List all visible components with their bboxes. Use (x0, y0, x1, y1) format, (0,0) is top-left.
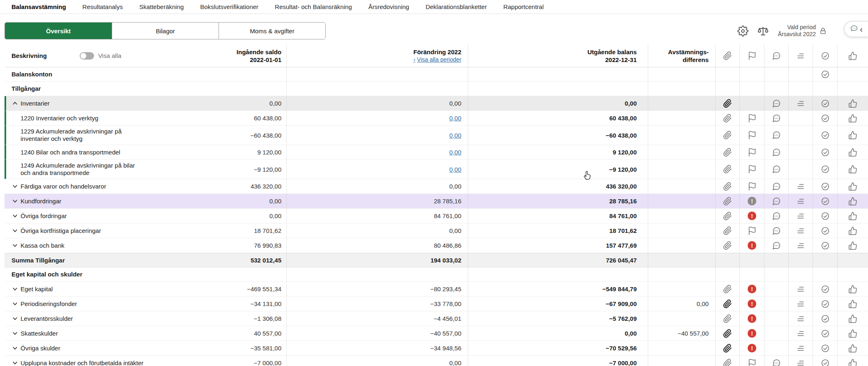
chevron-down-icon[interactable] (12, 227, 18, 234)
thumbs-up-icon[interactable] (848, 165, 857, 174)
check-circle-icon[interactable] (821, 359, 830, 366)
check-circle-icon[interactable] (821, 182, 830, 191)
visa-alla-perioder-link[interactable]: ‹ Visa alla perioder (413, 56, 461, 64)
table-row[interactable]: Övriga fordringar0,0084 761,0084 761,00! (5, 209, 868, 223)
table-row[interactable]: 1229 Ackumulerade avskrivningar på inven… (5, 126, 868, 145)
warning-icon[interactable]: ! (748, 314, 756, 323)
flag-icon[interactable] (748, 226, 757, 235)
paperclip-icon[interactable] (723, 299, 732, 308)
notes-icon[interactable] (796, 226, 805, 235)
check-circle-icon[interactable] (821, 131, 830, 140)
settings-gear-icon[interactable] (737, 25, 748, 37)
paperclip-icon[interactable] (723, 165, 732, 174)
check-circle-icon[interactable] (821, 212, 830, 221)
table-row[interactable]: Leverantörsskulder−1 306,08−4 456,01−5 7… (5, 311, 868, 326)
paperclip-icon[interactable] (723, 99, 732, 108)
notes-icon[interactable] (796, 299, 805, 308)
thumbs-up-icon[interactable] (848, 329, 857, 338)
notes-icon[interactable] (796, 344, 805, 353)
forandring-period-link[interactable]: 0,00 (449, 166, 461, 173)
paperclip-icon[interactable] (723, 344, 732, 353)
thumbs-up-icon[interactable] (848, 314, 857, 323)
comment-icon[interactable] (772, 182, 781, 191)
nav-item-arsredovisning[interactable]: Årsredovisning (368, 3, 409, 10)
comment-icon[interactable] (772, 165, 781, 174)
comment-icon[interactable] (772, 197, 781, 206)
nav-item-rapportcentral[interactable]: Rapportcentral (503, 3, 543, 10)
paperclip-icon[interactable] (723, 359, 732, 366)
thumbs-up-icon[interactable] (848, 182, 857, 191)
chevron-down-icon[interactable] (12, 242, 18, 249)
check-circle-icon[interactable] (821, 329, 830, 338)
thumbs-up-icon[interactable] (848, 99, 857, 108)
flag-icon[interactable] (748, 165, 757, 174)
reconciliation-scale-icon[interactable] (757, 25, 769, 37)
notes-icon[interactable] (796, 99, 805, 108)
warning-icon[interactable]: ! (748, 344, 756, 352)
flag-icon[interactable] (748, 131, 757, 140)
thumbs-up-icon[interactable] (848, 148, 857, 157)
nav-item-balansavstamning[interactable]: Balansavstämning (12, 3, 66, 10)
flag-icon[interactable] (748, 182, 757, 191)
forandring-period-link[interactable]: 0,00 (449, 115, 461, 122)
comment-icon[interactable] (772, 226, 781, 235)
thumbs-up-icon[interactable] (848, 114, 857, 123)
check-circle-icon[interactable] (821, 70, 830, 79)
notes-icon[interactable] (796, 212, 805, 221)
chevron-down-icon[interactable] (12, 330, 18, 337)
notes-icon[interactable] (796, 285, 805, 294)
check-circle-icon[interactable] (821, 241, 830, 250)
comment-icon[interactable] (772, 131, 781, 140)
forandring-period-link[interactable]: 0,00 (449, 149, 461, 156)
paperclip-icon[interactable] (723, 197, 732, 206)
paperclip-icon[interactable] (723, 314, 732, 323)
table-row[interactable]: 1220 Inventarier och verktyg60 438,000,0… (5, 111, 868, 126)
check-circle-icon[interactable] (821, 299, 830, 308)
paperclip-icon[interactable] (723, 182, 732, 191)
check-circle-icon[interactable] (821, 344, 830, 353)
paperclip-icon[interactable] (723, 329, 732, 338)
notes-icon[interactable] (796, 197, 805, 206)
warning-icon[interactable]: ! (748, 329, 756, 338)
tab-oversikt[interactable]: Översikt (5, 23, 112, 39)
warning-icon[interactable]: ! (748, 241, 756, 250)
table-row[interactable]: Periodiseringsfonder−34 131,00−33 778,00… (5, 297, 868, 311)
table-row[interactable]: Upplupna kostnader och förutbetalda intä… (5, 356, 868, 366)
thumbs-up-icon[interactable] (848, 212, 857, 221)
paperclip-icon[interactable] (723, 241, 732, 250)
chevron-down-icon[interactable] (12, 345, 18, 352)
flag-icon[interactable] (748, 359, 757, 366)
check-circle-icon[interactable] (821, 285, 830, 294)
chevron-down-icon[interactable] (12, 300, 18, 307)
table-row[interactable]: Inventarier0,000,000,00 (5, 96, 868, 111)
table-row[interactable]: 1249 Ackumulerade avskrivningar på bilar… (5, 160, 868, 179)
table-row[interactable]: Eget kapital−469 551,34−80 293,45−549 84… (5, 282, 868, 297)
notes-icon[interactable] (796, 241, 805, 250)
chevron-down-icon[interactable] (12, 285, 18, 292)
flag-icon[interactable] (748, 148, 757, 157)
warning-icon[interactable]: ! (748, 285, 756, 293)
table-row[interactable]: 1240 Bilar och andra transportmedel9 120… (5, 145, 868, 160)
comment-icon[interactable] (772, 359, 781, 366)
paperclip-icon[interactable] (723, 131, 732, 140)
nav-item-skatteberakning[interactable]: Skatteberäkning (139, 3, 184, 10)
nav-item-deklarationsblanketter[interactable]: Deklarationsblanketter (426, 3, 487, 10)
lock-icon[interactable] (819, 27, 827, 35)
notes-icon[interactable] (796, 329, 805, 338)
paperclip-icon[interactable] (723, 148, 732, 157)
comment-icon[interactable] (772, 241, 781, 250)
chevron-down-icon[interactable] (12, 183, 18, 190)
chevron-down-icon[interactable] (12, 212, 18, 219)
check-circle-icon[interactable] (821, 99, 830, 108)
nav-item-resultatanalys[interactable]: Resultatanalys (83, 3, 123, 10)
table-row[interactable]: Färdiga varor och handelsvaror436 320,00… (5, 179, 868, 194)
table-row[interactable]: Övriga skulder−35 581,00−34 948,56−70 52… (5, 341, 868, 356)
flag-icon[interactable] (748, 114, 757, 123)
warning-icon[interactable]: ! (748, 299, 756, 308)
check-circle-icon[interactable] (821, 314, 830, 323)
tab-moms-avgifter[interactable]: Moms & avgifter (219, 23, 325, 39)
thumbs-up-icon[interactable] (848, 344, 857, 353)
check-circle-icon[interactable] (821, 148, 830, 157)
thumbs-up-icon[interactable] (848, 197, 857, 206)
forandring-period-link[interactable]: 0,00 (449, 132, 461, 139)
